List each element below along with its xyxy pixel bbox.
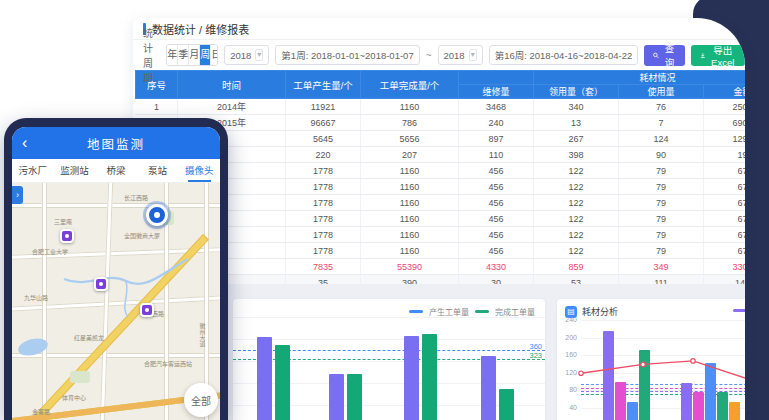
trend-line xyxy=(581,299,745,420)
phone-page-title: 地图监测 xyxy=(12,134,220,153)
table-cell: 6900 xyxy=(704,115,746,131)
search-icon xyxy=(653,51,659,60)
y-tick-label: 40 xyxy=(569,404,577,411)
table-cell: 3468 xyxy=(459,99,534,115)
y-axis-ticks: 2402001601208040 xyxy=(557,299,579,420)
total-cell: 4330 xyxy=(459,259,534,275)
table-cell: 220 xyxy=(286,147,361,163)
table-cell: 67 xyxy=(704,179,746,195)
year-from-select[interactable]: 2018 ▾ xyxy=(224,45,269,65)
year-to-select[interactable]: 2018 ▾ xyxy=(438,45,483,65)
table-cell: 122 xyxy=(534,163,619,179)
table-cell: 456 xyxy=(459,163,534,179)
tab-泵站[interactable]: 泵站 xyxy=(137,159,179,182)
chevron-down-icon: ▾ xyxy=(255,49,263,61)
period-option-年[interactable]: 年 xyxy=(167,45,178,65)
table-cell: 1778 xyxy=(286,211,361,227)
table-cell: 7 xyxy=(619,115,704,131)
table-row[interactable]: 22015年966677862401376900 xyxy=(136,115,746,131)
map-label: 长江西路 xyxy=(124,193,148,202)
bar-完成工单量 xyxy=(275,345,290,420)
period-option-周[interactable]: 周 xyxy=(200,45,211,65)
table-cell: 1778 xyxy=(286,195,361,211)
query-button[interactable]: 查询 xyxy=(644,45,685,66)
table-cell: 76 xyxy=(619,99,704,115)
tab-监测站[interactable]: 监测站 xyxy=(54,159,96,182)
table-cell: 79 xyxy=(619,243,704,259)
table-cell: 786 xyxy=(361,115,459,131)
main-location-pin[interactable] xyxy=(146,204,168,226)
table-cell: 67 xyxy=(704,243,746,259)
table-row[interactable]: 12014年1192111603468340762500 xyxy=(136,99,746,115)
table-cell: 67 xyxy=(704,195,746,211)
table-cell: 122 xyxy=(534,243,619,259)
y-tick-label: 240 xyxy=(565,316,577,323)
camera-marker-pin[interactable] xyxy=(94,277,108,291)
workorder-chart-card: 产生工单量 完成工单量 360323 xyxy=(233,299,545,420)
table-cell: 1160 xyxy=(361,243,459,259)
breadcrumb: 数据统计 / 维修报表 xyxy=(133,18,745,40)
col-header-created: 工单产生量/个 xyxy=(286,71,361,99)
table-cell: 5645 xyxy=(286,131,361,147)
table-cell: 2500 xyxy=(704,99,746,115)
period-option-季[interactable]: 季 xyxy=(178,45,189,65)
map-label: 三里庵 xyxy=(54,217,72,226)
week-to-input[interactable]: 第16周: 2018-04-16~2018-04-22 xyxy=(489,45,639,65)
map-label: 全国徽商大厦 xyxy=(124,231,160,240)
map-label: 体育中心 xyxy=(62,393,86,402)
table-cell: 1290 xyxy=(704,131,746,147)
table-cell: 1778 xyxy=(286,179,361,195)
screenshot-stage: 数据统计 / 维修报表 统计周期: 年季月周日 2018 ▾ 第1周: 2018… xyxy=(0,0,769,420)
table-cell: 456 xyxy=(459,243,534,259)
bar-产生工单量 xyxy=(257,337,272,420)
table-cell: 1 xyxy=(136,99,178,115)
table-cell: 79 xyxy=(619,227,704,243)
table-cell: 1160 xyxy=(361,163,459,179)
workorder-chart-plot: 360323 xyxy=(233,299,545,420)
period-option-日[interactable]: 日 xyxy=(211,45,218,65)
tab-摄像头[interactable]: 摄像头 xyxy=(178,159,220,182)
table-cell: 897 xyxy=(459,131,534,147)
table-cell: 2014年 xyxy=(178,99,286,115)
bar-完成工单量 xyxy=(347,374,362,420)
tab-桥梁[interactable]: 桥梁 xyxy=(95,159,137,182)
subcol-header-3: 使用量 xyxy=(619,85,704,99)
table-cell: 1160 xyxy=(361,195,459,211)
table-cell: 124 xyxy=(619,131,704,147)
table-cell: 456 xyxy=(459,227,534,243)
col-header-time: 时间 xyxy=(178,71,286,99)
gridline xyxy=(233,317,545,318)
export-excel-button[interactable]: 导出Excel xyxy=(691,45,745,66)
table-cell: 1160 xyxy=(361,227,459,243)
subcol-header-2: 领用量（套） xyxy=(534,85,619,99)
table-cell: 67 xyxy=(704,211,746,227)
y-tick-label: 160 xyxy=(565,351,577,358)
chevron-down-icon: ▾ xyxy=(469,49,477,61)
map-expander-button[interactable]: › xyxy=(12,186,23,204)
table-cell: 110 xyxy=(459,147,534,163)
camera-marker-pin[interactable] xyxy=(60,229,74,243)
period-option-月[interactable]: 月 xyxy=(189,45,200,65)
reference-line-label: 360 xyxy=(529,342,542,351)
table-cell: 122 xyxy=(534,195,619,211)
camera-marker-pin[interactable] xyxy=(140,303,154,317)
show-all-button[interactable]: 全部 xyxy=(184,383,218,417)
report-table-head: 序号 时间 工单产生量/个 工单完成量/个 耗材情况 维修量 领用量（套） 使用… xyxy=(136,71,746,99)
map-view[interactable]: 长江西路三里庵全国徽商大厦合肥工业大学九华山路望江西路红星美凯龙合肥汽车客运西站… xyxy=(12,183,220,420)
table-cell: 456 xyxy=(459,179,534,195)
table-cell: 79 xyxy=(619,179,704,195)
map-label: 金寨路 xyxy=(32,407,50,416)
table-cell: 13 xyxy=(534,115,619,131)
table-cell: 1160 xyxy=(361,179,459,195)
filter-toolbar: 统计周期: 年季月周日 2018 ▾ 第1周: 2018-01-01~2018-… xyxy=(133,42,745,68)
col-header-spacer xyxy=(459,71,534,85)
map-label: 红星美凯龙 xyxy=(74,333,104,342)
total-cell: 55390 xyxy=(361,259,459,275)
table-cell: 19 xyxy=(704,147,746,163)
map-label: 徽州大道 xyxy=(198,323,207,347)
y-tick-label: 200 xyxy=(565,334,577,341)
tab-污水厂[interactable]: 污水厂 xyxy=(12,159,54,182)
consumables-chart-card: ▤ 耗材分析 2402001601208040 xyxy=(557,299,745,420)
week-from-input[interactable]: 第1周: 2018-01-01~2018-01-07 xyxy=(275,45,419,65)
bar-完成工单量 xyxy=(499,389,514,420)
